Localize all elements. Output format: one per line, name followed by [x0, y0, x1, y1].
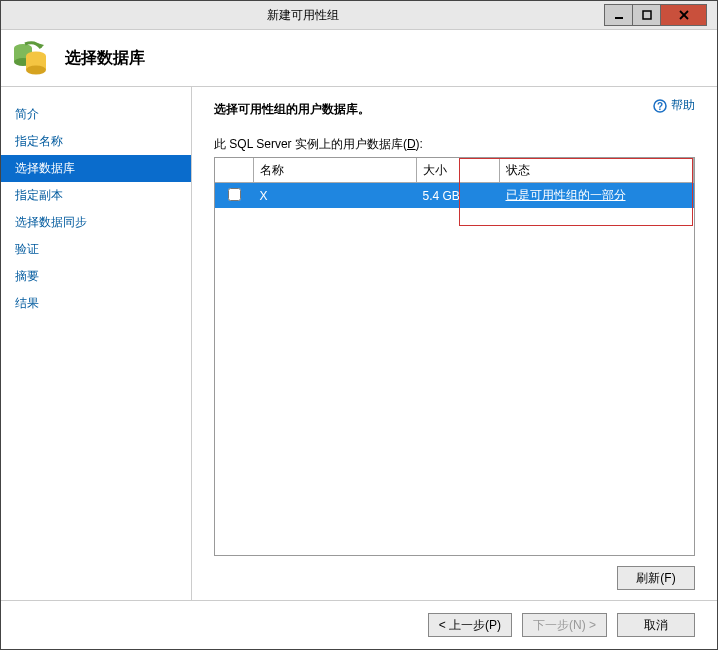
- page-title: 选择数据库: [65, 48, 145, 69]
- cancel-button[interactable]: 取消: [617, 613, 695, 637]
- refresh-button[interactable]: 刷新(F): [617, 566, 695, 590]
- sidebar-item-validation[interactable]: 验证: [1, 236, 191, 263]
- maximize-button[interactable]: [633, 4, 661, 26]
- list-label-prefix: 此 SQL Server 实例上的用户数据库(: [214, 137, 407, 151]
- row-status-link[interactable]: 已是可用性组的一部分: [506, 188, 626, 202]
- column-header-checkbox[interactable]: [215, 158, 254, 183]
- svg-text:?: ?: [657, 101, 663, 112]
- list-label-hotkey: D: [407, 137, 416, 151]
- sidebar-item-summary[interactable]: 摘要: [1, 263, 191, 290]
- refresh-row: 刷新(F): [214, 566, 695, 590]
- databases-grid: 名称 大小 状态 X 5.4 GB: [214, 157, 695, 556]
- minimize-button[interactable]: [604, 4, 633, 26]
- instruction-text: 选择可用性组的用户数据库。: [214, 101, 695, 118]
- list-label-suffix: ):: [416, 137, 423, 151]
- databases-table: 名称 大小 状态 X 5.4 GB: [215, 158, 694, 208]
- window-controls: [604, 4, 707, 26]
- sidebar-item-intro[interactable]: 简介: [1, 101, 191, 128]
- titlebar: 新建可用性组: [1, 1, 717, 30]
- row-name-cell: X: [254, 183, 417, 209]
- sidebar-item-data-sync[interactable]: 选择数据同步: [1, 209, 191, 236]
- column-header-name[interactable]: 名称: [254, 158, 417, 183]
- sidebar-item-select-databases[interactable]: 选择数据库: [1, 155, 191, 182]
- sidebar-item-specify-replicas[interactable]: 指定副本: [1, 182, 191, 209]
- row-checkbox[interactable]: [228, 188, 241, 201]
- row-status-cell: 已是可用性组的一部分: [500, 183, 694, 209]
- wizard-body: 简介 指定名称 选择数据库 指定副本 选择数据同步 验证 摘要 结果 ? 帮助 …: [1, 87, 717, 600]
- help-link[interactable]: ? 帮助: [653, 97, 695, 114]
- column-header-status[interactable]: 状态: [500, 158, 694, 183]
- close-icon: [678, 10, 690, 20]
- wizard-steps-nav: 简介 指定名称 选择数据库 指定副本 选择数据同步 验证 摘要 结果: [1, 87, 192, 600]
- column-header-size[interactable]: 大小: [417, 158, 500, 183]
- minimize-icon: [614, 10, 624, 20]
- row-checkbox-cell: [215, 183, 254, 209]
- maximize-icon: [642, 10, 652, 20]
- window-title: 新建可用性组: [1, 7, 604, 24]
- help-label: 帮助: [671, 97, 695, 114]
- svg-rect-1: [643, 11, 651, 19]
- main-panel: ? 帮助 选择可用性组的用户数据库。 此 SQL Server 实例上的用户数据…: [192, 87, 717, 600]
- help-icon: ?: [653, 99, 667, 113]
- sidebar-item-specify-name[interactable]: 指定名称: [1, 128, 191, 155]
- wizard-window: 新建可用性组 选择数据库 简介: [0, 0, 718, 650]
- row-size-cell: 5.4 GB: [417, 183, 500, 209]
- close-button[interactable]: [661, 4, 707, 26]
- databases-list-label: 此 SQL Server 实例上的用户数据库(D):: [214, 136, 695, 153]
- table-row[interactable]: X 5.4 GB 已是可用性组的一部分: [215, 183, 694, 209]
- wizard-footer: < 上一步(P) 下一步(N) > 取消: [1, 600, 717, 649]
- database-wizard-icon: [11, 38, 51, 78]
- sidebar-item-results[interactable]: 结果: [1, 290, 191, 317]
- svg-point-9: [26, 66, 46, 75]
- page-header: 选择数据库: [1, 30, 717, 87]
- previous-button[interactable]: < 上一步(P): [428, 613, 512, 637]
- next-button[interactable]: 下一步(N) >: [522, 613, 607, 637]
